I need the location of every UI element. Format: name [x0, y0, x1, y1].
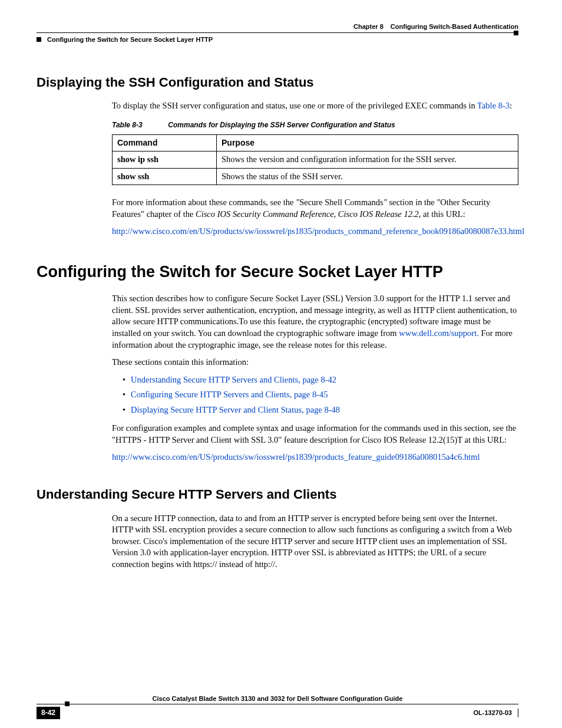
ssh-intro: To display the SSH server configuration … — [112, 100, 518, 112]
list-item: Displaying Secure HTTP Server and Client… — [123, 404, 518, 416]
page-footer: Cisco Catalyst Blade Switch 3130 and 303… — [37, 694, 518, 719]
ssl-config-examples: For configuration examples and complete … — [112, 423, 518, 446]
toc-link-displaying[interactable]: Displaying Secure HTTP Server and Client… — [131, 405, 340, 414]
th-command: Command — [113, 135, 217, 151]
page-number: 8-42 — [37, 707, 60, 719]
page-header: Chapter 8 Configuring Switch-Based Authe… — [37, 22, 518, 31]
heading-understanding-https: Understanding Secure HTTP Servers and Cl… — [37, 486, 518, 503]
link-dell-support[interactable]: www.dell.com/support. — [399, 328, 479, 338]
table-number: Table 8-3 — [112, 120, 166, 130]
link-table-8-3[interactable]: Table 8-3 — [477, 101, 510, 110]
document-id: OL-13270-03 — [474, 709, 518, 717]
ssh-commands-table: Command Purpose show ip ssh Shows the ve… — [112, 134, 518, 185]
th-purpose: Purpose — [217, 135, 518, 151]
heading-ssh-status: Displaying the SSH Configuration and Sta… — [37, 74, 518, 91]
ssl-intro: This section describes how to configure … — [112, 293, 518, 351]
ssl-sections-lead: These sections contain this information: — [112, 357, 518, 368]
list-item: Understanding Secure HTTP Servers and Cl… — [123, 374, 518, 386]
toc-link-configuring[interactable]: Configuring Secure HTTP Servers and Clie… — [131, 390, 328, 399]
ssl-toc-list: Understanding Secure HTTP Servers and Cl… — [112, 374, 518, 416]
cmd-cell: show ip ssh — [113, 151, 217, 169]
table-caption: Table 8-3 Commands for Displaying the SS… — [112, 120, 518, 130]
purpose-cell: Shows the version and configuration info… — [217, 151, 518, 169]
https-description: On a secure HTTP connection, data to and… — [112, 513, 518, 571]
list-item: Configuring Secure HTTP Servers and Clie… — [123, 389, 518, 401]
table-row: show ip ssh Shows the version and config… — [113, 151, 518, 169]
chapter-number: Chapter 8 — [353, 22, 384, 31]
header-rule — [37, 32, 518, 33]
ssh-more-info: For more information about these command… — [112, 197, 518, 220]
table-title: Commands for Displaying the SSH Server C… — [168, 121, 395, 129]
toc-link-understanding[interactable]: Understanding Secure HTTP Servers and Cl… — [131, 375, 336, 384]
cmd-cell: show ssh — [113, 168, 217, 185]
table-row: show ssh Shows the status of the SSH ser… — [113, 168, 518, 185]
link-ssl-feature-url[interactable]: http://www.cisco.com/en/US/products/sw/i… — [112, 452, 480, 462]
chapter-title: Configuring Switch-Based Authentication — [391, 22, 518, 31]
section-breadcrumb: Configuring the Switch for Secure Socket… — [37, 35, 518, 44]
heading-ssl-http: Configuring the Switch for Secure Socket… — [37, 261, 518, 282]
link-ssh-ref-url[interactable]: http://www.cisco.com/en/US/products/sw/i… — [112, 226, 524, 236]
footer-book-title: Cisco Catalyst Blade Switch 3130 and 303… — [37, 694, 518, 705]
purpose-cell: Shows the status of the SSH server. — [217, 168, 518, 185]
